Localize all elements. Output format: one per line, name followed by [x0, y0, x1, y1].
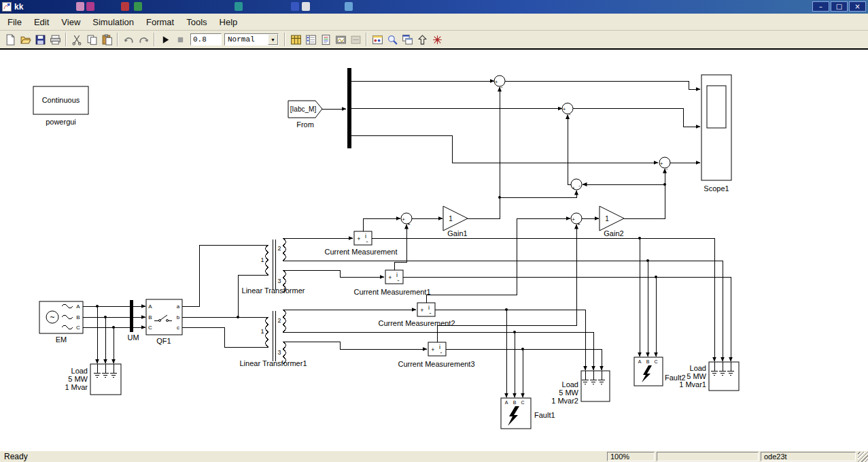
- simulation-diagnostics-icon[interactable]: [318, 32, 333, 47]
- open-icon[interactable]: [18, 32, 33, 47]
- demux-bar[interactable]: [347, 68, 351, 148]
- fault1-port-b: B: [513, 400, 517, 405]
- sum1-sign-left: +: [495, 79, 498, 85]
- block-powergui[interactable]: Continuous powergui: [33, 86, 88, 126]
- minimize-button[interactable]: –: [812, 1, 829, 12]
- block-linear-transformer[interactable]: 1 2 3 Linear Transformer: [242, 238, 305, 295]
- cm-plus: +: [357, 235, 360, 242]
- um-label: UM: [127, 333, 139, 342]
- powergui-label: powergui: [46, 118, 76, 126]
- block-scope1[interactable]: Scope1: [701, 75, 731, 193]
- block-qf1-breaker[interactable]: A B C a b c QF1: [146, 299, 182, 345]
- undo-icon[interactable]: [121, 32, 136, 47]
- cm1-minus: -: [398, 277, 400, 284]
- desktop-icon-artifact: [134, 2, 142, 11]
- em-sine-symbol: ~: [50, 312, 54, 322]
- block-linear-transformer1[interactable]: 1 2 3 Linear Transformer1: [239, 310, 307, 367]
- load3-label-1: Load: [690, 364, 706, 372]
- ground-icon: [94, 364, 117, 377]
- cm3-plus: +: [431, 346, 434, 353]
- cm-minus: -: [366, 238, 368, 245]
- simulation-mode-select[interactable]: Normal ▼: [224, 33, 279, 46]
- sum6-sign-bottom: +: [577, 221, 580, 227]
- maximize-button[interactable]: □: [831, 1, 848, 12]
- menu-help[interactable]: Help: [213, 15, 244, 29]
- block-em-source[interactable]: ~ A B C EM: [39, 301, 83, 344]
- menu-view[interactable]: View: [55, 15, 86, 29]
- redo-icon[interactable]: [136, 32, 151, 47]
- block-gain1[interactable]: 1 Gain1: [443, 206, 468, 237]
- paste-icon[interactable]: [99, 32, 114, 47]
- em-port-b: B: [76, 314, 80, 320]
- menu-edit[interactable]: Edit: [28, 15, 55, 29]
- block-load2[interactable]: Load 5 MW 1 Mvar2: [551, 371, 610, 405]
- bring-to-front-icon[interactable]: [400, 32, 415, 47]
- block-from[interactable]: [Iabc_M] From: [288, 101, 322, 129]
- qf1-label: QF1: [156, 337, 171, 345]
- scope-display: [707, 86, 726, 128]
- block-sum4[interactable]: - +: [571, 179, 582, 191]
- coil: [283, 310, 286, 332]
- block-fault2[interactable]: A B C Fault2: [634, 357, 686, 386]
- menu-tools[interactable]: Tools: [180, 15, 213, 29]
- find-icon[interactable]: [385, 32, 400, 47]
- desktop-icon-artifact: [302, 2, 310, 11]
- cut-icon[interactable]: [69, 32, 84, 47]
- menu-simulation[interactable]: Simulation: [86, 15, 140, 29]
- resize-grip[interactable]: [858, 452, 868, 462]
- floating-scope-icon[interactable]: [333, 32, 348, 47]
- new-icon[interactable]: [3, 32, 18, 47]
- cm1-label: Current Measurement1: [353, 288, 430, 296]
- block-current-measurement[interactable]: + i - Current Measurement: [325, 231, 398, 256]
- debug-icon[interactable]: [430, 32, 445, 47]
- load1-label-3: 1 Mvar: [65, 383, 88, 391]
- block-gain2[interactable]: 1 Gain2: [600, 206, 624, 237]
- load2-label-1: Load: [562, 380, 578, 389]
- zoom-level: 100%: [607, 452, 655, 461]
- library-browser-icon[interactable]: [288, 32, 303, 47]
- model-canvas[interactable]: Continuous powergui [Iabc_M] From Scope1…: [0, 48, 868, 450]
- cm2-plus: +: [420, 307, 423, 314]
- toolbar-separator: [117, 33, 118, 46]
- menu-format[interactable]: Format: [140, 15, 180, 29]
- sum2-sign-left: +: [563, 106, 566, 112]
- refresh-blocks-icon[interactable]: [348, 32, 363, 47]
- qf1-port-b: b: [177, 314, 180, 320]
- coil: [283, 238, 286, 261]
- from-tag: [Iabc_M]: [290, 105, 317, 113]
- block-current-measurement3[interactable]: + i - Current Measurement3: [398, 342, 474, 368]
- print-icon[interactable]: [48, 32, 63, 47]
- copy-icon[interactable]: [84, 32, 99, 47]
- model-explorer-icon[interactable]: [370, 32, 385, 47]
- toolbar: Normal ▼: [0, 31, 868, 48]
- status-message: Ready: [0, 452, 607, 461]
- desktop-icon-artifact: [235, 2, 243, 11]
- model-browser-icon[interactable]: [303, 32, 318, 47]
- toolbar-separator: [284, 33, 285, 46]
- qf1-port-a: a: [177, 303, 180, 310]
- cm3-minus: -: [440, 349, 442, 356]
- qf1-port-A: A: [148, 303, 152, 310]
- block-fault1[interactable]: A B C Fault1: [501, 398, 555, 429]
- lt-winding1: 1: [260, 257, 264, 263]
- em-port-c: C: [76, 325, 80, 331]
- simulation-stop-time-input[interactable]: [190, 33, 222, 46]
- dropdown-arrow-icon[interactable]: ▼: [268, 34, 278, 45]
- up-to-parent-icon[interactable]: [415, 32, 430, 47]
- powergui-text: Continuous: [42, 96, 80, 104]
- save-icon[interactable]: [33, 32, 48, 47]
- block-current-measurement2[interactable]: + i - Current Measurement2: [378, 303, 455, 327]
- block-load3[interactable]: Load 5 MW 1 Mvar1: [679, 362, 739, 391]
- desktop-icon-artifact: [121, 2, 129, 11]
- start-simulation-icon[interactable]: [158, 32, 173, 47]
- menubar: File Edit View Simulation Format Tools H…: [0, 14, 868, 31]
- load1-label-2: 5 MW: [68, 375, 88, 383]
- scope-label: Scope1: [704, 184, 729, 193]
- block-load1[interactable]: Load 5 MW 1 Mvar: [65, 364, 121, 395]
- menu-file[interactable]: File: [1, 15, 28, 29]
- status-panel-empty: [657, 452, 759, 461]
- close-button[interactable]: ×: [849, 1, 866, 12]
- stop-simulation-icon[interactable]: [173, 32, 188, 47]
- block-current-measurement1[interactable]: + i - Current Measurement1: [353, 270, 430, 296]
- simulink-window: kk – □ × File Edit View Simulation Forma…: [0, 0, 868, 462]
